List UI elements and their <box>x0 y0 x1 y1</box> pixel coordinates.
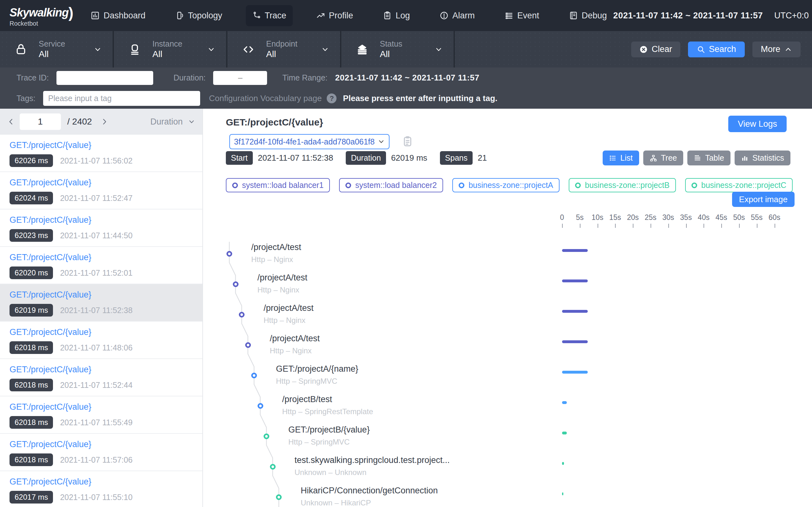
trace-list: GET:/projectC/{value} 62026 ms 2021-11-0… <box>0 135 202 507</box>
trace-endpoint-link[interactable]: GET:/projectC/{value} <box>9 140 202 150</box>
trace-list-item[interactable]: GET:/projectC/{value} 62018 ms 2021-11-0… <box>0 396 202 434</box>
axis-tick-label: 55s <box>751 213 763 222</box>
duration-input[interactable] <box>213 71 267 85</box>
axis-tick-label: 25s <box>645 213 656 222</box>
vocabulary-page-link[interactable]: Configuration Vocabulary page <box>209 94 322 103</box>
trace-endpoint-link[interactable]: GET:/projectC/{value} <box>9 402 202 412</box>
pagination-bar: / 2402 Duration <box>0 109 202 135</box>
trace-endpoint-link[interactable]: GET:/projectC/{value} <box>9 440 202 449</box>
view-button[interactable]: Statistics <box>734 151 791 165</box>
table-icon <box>694 154 701 162</box>
filter-selector[interactable]: Service All <box>0 31 114 67</box>
trace-id-select[interactable]: 3f172d4f-10fd-4fe1-ada4-add780a061f8 <box>229 134 390 149</box>
help-icon[interactable]: ? <box>327 94 337 103</box>
sort-dropdown[interactable]: Duration <box>150 117 195 127</box>
span-row[interactable]: /projectA/testHttp – Nginx <box>203 302 812 333</box>
trace-endpoint-link[interactable]: GET:/projectC/{value} <box>9 252 202 262</box>
dashboard-icon <box>91 11 100 20</box>
span-row[interactable]: GET:/projectB/{value}Http – SpringMVC <box>203 424 812 455</box>
global-time-range[interactable]: 2021-11-07 11:42 ~ 2021-11-07 11:57 <box>613 11 763 20</box>
trace-endpoint-link[interactable]: GET:/projectC/{value} <box>9 178 202 187</box>
service-ring-icon <box>232 182 238 188</box>
trace-timestamp: 2021-11-07 11:55:10 <box>60 493 132 502</box>
trace-endpoint-link[interactable]: GET:/projectC/{value} <box>9 365 202 375</box>
span-row[interactable]: /projectA/testHttp – Nginx <box>203 242 812 272</box>
view-button[interactable]: Tree <box>643 151 683 165</box>
view-button-label: List <box>620 153 633 163</box>
trace-endpoint-link[interactable]: GET:/projectC/{value} <box>9 327 202 337</box>
trace-list-item[interactable]: GET:/projectC/{value} 62018 ms 2021-11-0… <box>0 322 202 359</box>
span-duration-bar <box>562 249 588 252</box>
span-row[interactable]: /projectB/testHttp – SpringRestTemplate <box>203 394 812 424</box>
page-number-input[interactable] <box>20 113 61 130</box>
service-legend: system::load balancer1 system::load bala… <box>226 178 793 192</box>
duration-badge: 62018 ms <box>9 379 53 391</box>
service-chip[interactable]: business-zone::projectC <box>685 178 793 192</box>
span-name: /projectA/test <box>258 273 308 283</box>
axis-tick-label: 60s <box>768 213 780 222</box>
nav-item[interactable]: Event <box>498 5 546 26</box>
more-button[interactable]: More <box>752 42 801 57</box>
span-name: GET:/projectB/{value} <box>288 425 370 435</box>
chevron-down-icon <box>435 45 443 54</box>
view-logs-button[interactable]: View Logs <box>728 116 786 132</box>
service-chip-label: business-zone::projectA <box>468 181 553 190</box>
chevron-down-icon <box>378 138 385 145</box>
clear-icon <box>640 45 648 54</box>
tags-input[interactable] <box>43 91 200 106</box>
nav-item[interactable]: Dashboard <box>84 5 152 26</box>
statistics-icon <box>741 154 749 162</box>
clear-button[interactable]: Clear <box>631 42 680 57</box>
service-chip[interactable]: system::load balancer1 <box>226 178 330 192</box>
trace-list-item[interactable]: GET:/projectC/{value} 62026 ms 2021-11-0… <box>0 135 202 172</box>
filter-selector[interactable]: Status All <box>341 31 455 67</box>
nav-item[interactable]: Log <box>376 5 416 26</box>
service-chip[interactable]: system::load balancer2 <box>339 178 443 192</box>
service-ring-icon <box>575 182 581 188</box>
span-row[interactable]: HikariCP/Connection/getConnectionUnknown… <box>203 485 812 507</box>
span-row[interactable]: /projectA/testHttp – Nginx <box>203 333 812 363</box>
timezone-label[interactable]: UTC+0:0 <box>774 11 809 20</box>
trace-endpoint-link[interactable]: GET:/projectC/{value} <box>9 215 202 225</box>
view-button[interactable]: Table <box>687 151 730 165</box>
nav-item[interactable]: Topology <box>169 5 229 26</box>
trace-list-item[interactable]: GET:/projectC/{value} 62019 ms 2021-11-0… <box>0 284 202 322</box>
nav-item[interactable]: Debug <box>563 5 613 26</box>
nav-item[interactable]: Trace <box>246 5 293 26</box>
service-ring-icon <box>459 182 464 188</box>
tree-icon <box>650 154 657 162</box>
search-button[interactable]: Search <box>688 42 745 57</box>
span-layer: Unknown – Unknown <box>295 468 367 477</box>
span-row[interactable]: test.skywalking.springcloud.test.project… <box>203 455 812 485</box>
trace-endpoint-link[interactable]: GET:/projectC/{value} <box>9 477 202 487</box>
trace-id-input[interactable] <box>56 71 153 85</box>
axis-tick-label: 20s <box>627 213 639 222</box>
span-row[interactable]: /projectA/testHttp – Nginx <box>203 272 812 302</box>
prev-page-icon[interactable] <box>7 118 15 126</box>
service-chip-label: business-zone::projectC <box>701 181 786 190</box>
trace-detail: GET:/projectC/{value} View Logs 3f172d4f… <box>203 109 812 507</box>
trace-list-item[interactable]: GET:/projectC/{value} 62018 ms 2021-11-0… <box>0 359 202 396</box>
view-button[interactable]: List <box>603 151 639 165</box>
span-name: GET:/projectA/{name} <box>276 364 358 374</box>
nav-item[interactable]: Profile <box>310 5 360 26</box>
filter-selector[interactable]: Instance All <box>114 31 228 67</box>
trace-list-item[interactable]: GET:/projectC/{value} 62023 ms 2021-11-0… <box>0 210 202 247</box>
trace-list-item[interactable]: GET:/projectC/{value} 62020 ms 2021-11-0… <box>0 247 202 284</box>
copy-icon[interactable] <box>401 135 414 147</box>
service-chip[interactable]: business-zone::projectB <box>569 178 676 192</box>
filter-selector[interactable]: Endpoint All <box>227 31 341 67</box>
content: / 2402 Duration GET:/projectC/{value} 62… <box>0 109 812 507</box>
chevron-down-icon <box>321 45 329 54</box>
nav-item[interactable]: Alarm <box>433 5 481 26</box>
chevron-up-icon <box>784 45 792 54</box>
nav-item-label: Log <box>396 11 410 20</box>
export-image-button[interactable]: Export image <box>732 192 795 207</box>
trace-list-item[interactable]: GET:/projectC/{value} 62018 ms 2021-11-0… <box>0 434 202 471</box>
trace-list-item[interactable]: GET:/projectC/{value} 62017 ms 2021-11-0… <box>0 471 202 507</box>
span-row[interactable]: GET:/projectA/{name}Http – SpringMVC <box>203 363 812 394</box>
next-page-icon[interactable] <box>100 118 108 126</box>
service-chip[interactable]: business-zone::projectA <box>452 178 560 192</box>
trace-endpoint-link[interactable]: GET:/projectC/{value} <box>9 290 202 300</box>
trace-list-item[interactable]: GET:/projectC/{value} 62024 ms 2021-11-0… <box>0 172 202 210</box>
